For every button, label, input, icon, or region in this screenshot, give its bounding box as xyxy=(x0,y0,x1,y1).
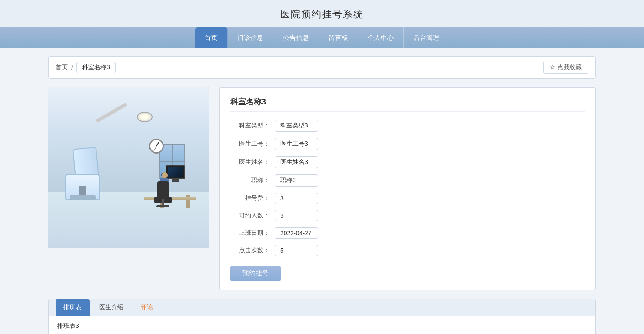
nav-bar: 首页 门诊信息 公告信息 留言板 个人中心 后台管理 xyxy=(0,27,644,48)
nav-item-clinic[interactable]: 门诊信息 xyxy=(228,27,273,48)
label-fee: 挂号费： xyxy=(230,194,269,202)
label-capacity: 可约人数： xyxy=(230,212,269,220)
value-title: 职称3 xyxy=(275,174,318,187)
field-row-department-type: 科室类型： 科室类型3 xyxy=(230,120,585,132)
header: 医院预约挂号系统 xyxy=(0,0,644,27)
field-row-capacity: 可约人数： 3 xyxy=(230,210,585,221)
info-panel: 科室名称3 科室类型： 科室类型3 医生工号： 医生工号3 医生姓名： 医生姓名… xyxy=(219,87,596,290)
info-title: 科室名称3 xyxy=(230,97,585,112)
reserve-button-container: 预约挂号 xyxy=(230,262,585,281)
value-department-type: 科室类型3 xyxy=(275,120,318,132)
label-department-type: 科室类型： xyxy=(230,122,269,130)
field-row-title: 职称： 职称3 xyxy=(230,174,585,187)
nav-item-message[interactable]: 留言板 xyxy=(319,27,358,48)
tabs-section: 排班表 医生介绍 评论 排班表3 xyxy=(48,299,596,334)
field-row-clicks: 点击次数： 5 xyxy=(230,245,585,256)
breadcrumb: 首页 / 科室名称3 xyxy=(56,62,116,73)
favorite-button[interactable]: ☆ 点我收藏 xyxy=(543,61,588,74)
breadcrumb-home[interactable]: 首页 xyxy=(56,63,68,71)
value-doctor-name: 医生姓名3 xyxy=(275,156,318,168)
breadcrumb-current: 科室名称3 xyxy=(76,62,116,73)
tabs-content: 排班表3 xyxy=(49,316,595,334)
breadcrumb-separator: / xyxy=(71,64,73,71)
tab-doctor-intro[interactable]: 医生介绍 xyxy=(91,299,131,316)
tab-schedule[interactable]: 排班表 xyxy=(56,299,90,316)
reserve-button[interactable]: 预约挂号 xyxy=(230,266,281,281)
tabs-header: 排班表 医生介绍 评论 xyxy=(49,299,595,316)
value-clicks: 5 xyxy=(275,245,318,256)
page-title: 医院预约挂号系统 xyxy=(280,9,364,20)
nav-item-admin[interactable]: 后台管理 xyxy=(404,27,449,48)
tab-comment[interactable]: 评论 xyxy=(133,299,161,316)
value-date: 2022-04-27 xyxy=(275,227,318,239)
field-row-date: 上班日期： 2022-04-27 xyxy=(230,227,585,239)
nav-item-home[interactable]: 首页 xyxy=(195,27,228,48)
content-area: 首页 / 科室名称3 ☆ 点我收藏 xyxy=(40,48,604,334)
nav-item-announcement[interactable]: 公告信息 xyxy=(273,27,319,48)
label-title: 职称： xyxy=(230,177,269,184)
label-date: 上班日期： xyxy=(230,229,269,237)
nav-item-personal[interactable]: 个人中心 xyxy=(358,27,404,48)
field-row-doctor-name: 医生姓名： 医生姓名3 xyxy=(230,156,585,168)
clinic-scene xyxy=(48,87,209,248)
label-clicks: 点击次数： xyxy=(230,247,269,254)
field-row-fee: 挂号费： 3 xyxy=(230,193,585,204)
value-fee: 3 xyxy=(275,193,318,204)
tabs-content-text: 排班表3 xyxy=(57,322,79,329)
value-doctor-id: 医生工号3 xyxy=(275,138,318,150)
label-doctor-name: 医生姓名： xyxy=(230,158,269,166)
clinic-image xyxy=(48,87,209,248)
value-capacity: 3 xyxy=(275,210,318,221)
label-doctor-id: 医生工号： xyxy=(230,140,269,148)
detail-section: 科室名称3 科室类型： 科室类型3 医生工号： 医生工号3 医生姓名： 医生姓名… xyxy=(48,87,596,290)
field-row-doctor-id: 医生工号： 医生工号3 xyxy=(230,138,585,150)
breadcrumb-row: 首页 / 科室名称3 ☆ 点我收藏 xyxy=(48,56,596,79)
